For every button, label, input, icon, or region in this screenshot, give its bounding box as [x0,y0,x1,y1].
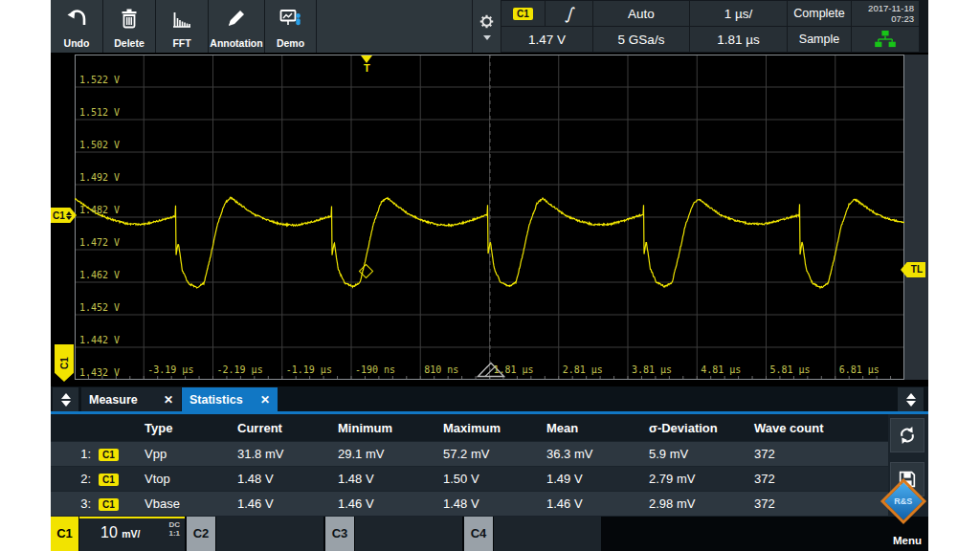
table-cell: 2.98 mV [649,496,754,511]
x-axis-label: -190 ns [355,364,395,375]
acquisition-mode-cell[interactable]: Sample [788,27,851,52]
channel-c2-tab[interactable]: C2 [187,517,215,551]
undo-button[interactable]: Undo [51,0,103,53]
refresh-icon [897,425,918,446]
trigger-level-cell[interactable]: 1.47 V [501,27,592,52]
x-axis-label: 3.81 µs [632,364,672,375]
channel-offset-label: C1 [51,210,65,221]
table-row[interactable]: 1:C1Vpp31.8 mV29.1 mV57.2 mV36.3 mV5.9 m… [51,442,888,466]
table-row[interactable]: 3:C1Vbase1.46 V1.46 V1.48 V1.46 V2.98 mV… [51,492,888,516]
tab-statistics-label: Statistics [189,393,243,407]
horizontal-position-value: 1.81 µs [717,33,760,47]
up-down-arrows-icon [66,211,72,220]
x-axis-label: -3.19 µs [147,364,193,375]
x-axis-label: -1.19 µs [286,364,332,375]
channel-c1-coupling: DC 1:1 [168,520,180,538]
channel-badge: C1 [513,8,533,20]
plot-side-strip [904,55,928,380]
channel-c1-settings[interactable]: 10 mV/ DC 1:1 [79,517,185,551]
channel-c3-tab[interactable]: C3 [325,517,354,551]
sample-rate-value: 5 GSa/s [618,33,665,47]
demo-button[interactable]: Demo [265,0,317,53]
demo-presentation-icon [265,5,316,32]
table-cell: 1.49 V [546,472,649,486]
y-axis-label: 1.492 V [79,172,120,183]
table-cell: 372 [754,447,888,461]
table-cell: Vtop [145,472,237,486]
trash-icon [103,5,155,32]
close-icon[interactable]: ✕ [156,393,173,407]
y-axis-label: 1.482 V [79,205,120,215]
channel-ground-label: C1 [58,357,69,369]
annotation-button[interactable]: Annotation [209,0,265,53]
delete-button[interactable]: Delete [103,0,156,53]
acquisition-state-cell[interactable]: Complete [788,1,851,26]
column-header: σ-Deviation [649,421,754,435]
fft-spectrum-icon [156,5,208,32]
channel-c1-scale: 10 mV/ [100,524,141,541]
acquisition-state-value: Complete [793,7,845,20]
trigger-level-value: 1.47 V [528,33,566,47]
table-cell: 1.46 V [546,496,649,511]
tab-measure[interactable]: Measure ✕ [81,387,181,411]
channel-bar: C1 10 mV/ DC 1:1 C2C3C4 [51,517,928,551]
trigger-mode-value: Auto [628,7,655,21]
x-axis-label: 1.81 µs [494,364,534,375]
trigger-source-cell[interactable]: C1 [501,1,545,26]
waveform-grid [75,55,904,380]
close-icon[interactable]: ✕ [253,393,270,407]
trigger-position-label: T [364,62,370,74]
x-axis-label: 4.81 µs [701,364,741,375]
timebase-value: 1 µs/ [724,7,753,21]
pencil-icon [209,5,264,32]
trigger-slope-cell[interactable]: ∫ [546,1,592,26]
demo-label: Demo [265,37,316,49]
fft-button[interactable]: FFT [156,0,209,53]
trigger-mode-cell[interactable]: Auto [593,1,689,26]
column-header: Mean [546,421,649,435]
y-axis-label: 1.432 V [79,367,120,378]
channel-badge: C1 [99,498,119,511]
rs-logo-text: R&S [894,496,912,506]
channel-badge: C1 [99,449,119,461]
channel-c2-settings[interactable] [216,517,323,551]
annotation-label: Annotation [209,37,264,49]
datetime-display: 2017-11-18 07:23 [852,1,919,26]
channel-c1-tab[interactable]: C1 [51,517,78,551]
table-row[interactable]: 2:C1Vtop1.48 V1.48 V1.50 V1.49 V2.79 mV3… [51,467,888,491]
chevron-down-icon [483,35,491,40]
channel-c4-tab[interactable]: C4 [464,517,493,551]
table-cell: 36.3 mV [546,447,649,461]
tab-statistics[interactable]: Statistics ✕ [182,387,278,411]
y-axis-label: 1.512 V [79,107,120,118]
timebase-cell[interactable]: 1 µs/ [690,1,787,26]
y-axis-label: 1.522 V [79,75,120,85]
column-header: Wave count [754,421,888,435]
delete-label: Delete [103,37,155,49]
column-header: Current [237,421,338,435]
y-axis-label: 1.502 V [79,140,120,150]
tabbar-resize-left[interactable] [53,387,78,411]
refresh-statistics-button[interactable] [890,418,924,452]
sample-rate-cell[interactable]: 5 GSa/s [593,27,689,52]
x-axis-label: 5.81 µs [770,364,811,375]
table-cell: 1.46 V [237,496,338,511]
column-header: Type [145,421,237,435]
channel-offset-marker[interactable]: C1 [51,208,77,223]
table-cell: 1.48 V [338,472,443,486]
toolbar-settings-button[interactable] [473,0,501,53]
channel-ground-marker[interactable]: C1 [55,344,74,382]
menu-button[interactable]: Menu [880,535,928,546]
column-header: Maximum [443,421,546,435]
top-toolbar: Undo Delete FFT Annotation Demo [51,0,928,53]
y-axis-label: 1.472 V [79,237,120,248]
tabbar-resize-right[interactable] [898,387,924,411]
toolbar-spacer [317,0,472,53]
horizontal-position-cell[interactable]: 1.81 µs [690,27,787,52]
result-tabbar: Measure ✕ Statistics ✕ [51,386,928,414]
channel-c3-settings[interactable] [355,517,462,551]
y-axis-label: 1.462 V [79,270,120,280]
table-cell: 31.8 mV [237,447,338,461]
gear-icon [479,13,495,30]
channel-c4-settings[interactable] [494,517,601,551]
